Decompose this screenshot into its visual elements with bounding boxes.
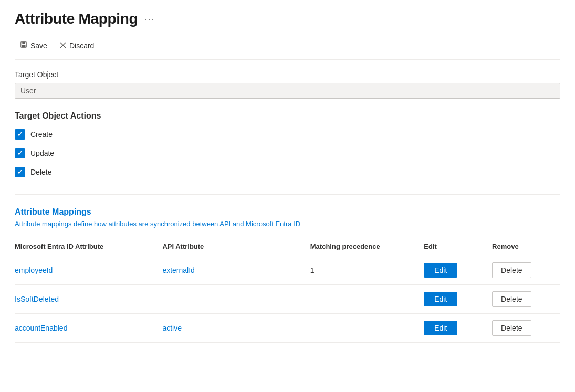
edit-button-1[interactable]: Edit xyxy=(424,263,457,278)
save-label: Save xyxy=(30,41,47,50)
table-body: employeeId externalId 1 Edit Delete IsSo… xyxy=(15,256,560,343)
checkbox-delete[interactable]: ✓ Delete xyxy=(15,167,560,177)
save-icon xyxy=(20,41,27,50)
page-title: Attribute Mapping xyxy=(15,10,138,27)
target-object-label: Target Object xyxy=(15,70,560,79)
cell-precedence-2 xyxy=(310,285,424,314)
toolbar: Save Discard xyxy=(15,38,560,60)
checkmark-update: ✓ xyxy=(17,150,23,157)
edit-button-2[interactable]: Edit xyxy=(424,292,457,306)
attribute-mappings-table: Microsoft Entra ID Attribute API Attribu… xyxy=(15,238,560,343)
table-header: Microsoft Entra ID Attribute API Attribu… xyxy=(15,238,560,256)
checkbox-update-label: Update xyxy=(30,149,54,157)
checkbox-create-box: ✓ xyxy=(15,129,25,140)
page-container: Attribute Mapping ··· Save Discard xyxy=(0,0,575,353)
table-row: employeeId externalId 1 Edit Delete xyxy=(15,256,560,285)
cell-delete-3: Delete xyxy=(492,314,560,343)
target-object-actions-section: Target Object Actions ✓ Create ✓ Update … xyxy=(15,111,560,177)
cell-api-attr-1: externalId xyxy=(162,256,310,285)
cell-api-attr-3: active xyxy=(162,314,310,343)
cell-precedence-1: 1 xyxy=(310,256,424,285)
checkmark-delete: ✓ xyxy=(17,168,23,176)
cell-entra-attr-1: employeeId xyxy=(15,256,162,285)
cell-entra-attr-2: IsSoftDeleted xyxy=(15,285,162,314)
col-api-attr: API Attribute xyxy=(162,238,310,256)
checkmark-create: ✓ xyxy=(17,131,23,138)
target-object-input[interactable] xyxy=(15,83,560,99)
attribute-mappings-section: Attribute Mappings Attribute mappings de… xyxy=(15,207,560,343)
checkbox-update-box: ✓ xyxy=(15,148,25,158)
edit-button-3[interactable]: Edit xyxy=(424,321,457,335)
checkbox-create[interactable]: ✓ Create xyxy=(15,129,560,140)
checkbox-group: ✓ Create ✓ Update ✓ Delete xyxy=(15,129,560,177)
col-entra-attr: Microsoft Entra ID Attribute xyxy=(15,238,162,256)
cell-delete-2: Delete xyxy=(492,285,560,314)
cell-api-attr-2 xyxy=(162,285,310,314)
cell-precedence-3 xyxy=(310,314,424,343)
table-header-row: Microsoft Entra ID Attribute API Attribu… xyxy=(15,238,560,256)
cell-delete-1: Delete xyxy=(492,256,560,285)
checkbox-create-label: Create xyxy=(30,130,53,139)
col-edit: Edit xyxy=(424,238,492,256)
checkbox-delete-box: ✓ xyxy=(15,167,25,177)
target-object-actions-title: Target Object Actions xyxy=(15,111,560,121)
svg-rect-1 xyxy=(22,42,25,44)
page-header: Attribute Mapping ··· xyxy=(15,10,560,27)
checkbox-delete-label: Delete xyxy=(30,168,51,176)
cell-edit-3: Edit xyxy=(424,314,492,343)
table-row: accountEnabled active Edit Delete xyxy=(15,314,560,343)
attribute-mappings-title: Attribute Mappings xyxy=(15,207,560,217)
section-divider xyxy=(15,194,560,195)
cell-edit-2: Edit xyxy=(424,285,492,314)
svg-rect-2 xyxy=(22,45,26,47)
cell-edit-1: Edit xyxy=(424,256,492,285)
delete-button-2[interactable]: Delete xyxy=(492,291,531,307)
delete-button-1[interactable]: Delete xyxy=(492,262,531,278)
discard-label: Discard xyxy=(69,41,94,50)
table-row: IsSoftDeleted Edit Delete xyxy=(15,285,560,314)
more-options-button[interactable]: ··· xyxy=(144,14,155,24)
checkbox-update[interactable]: ✓ Update xyxy=(15,148,560,158)
delete-button-3[interactable]: Delete xyxy=(492,320,531,336)
discard-button[interactable]: Discard xyxy=(55,38,99,53)
attribute-mappings-subtitle: Attribute mappings define how attributes… xyxy=(15,220,560,228)
save-button[interactable]: Save xyxy=(15,38,53,53)
cell-entra-attr-3: accountEnabled xyxy=(15,314,162,343)
discard-icon xyxy=(60,41,66,50)
col-remove: Remove xyxy=(492,238,560,256)
col-matching-precedence: Matching precedence xyxy=(310,238,424,256)
target-object-section: Target Object xyxy=(15,70,560,111)
